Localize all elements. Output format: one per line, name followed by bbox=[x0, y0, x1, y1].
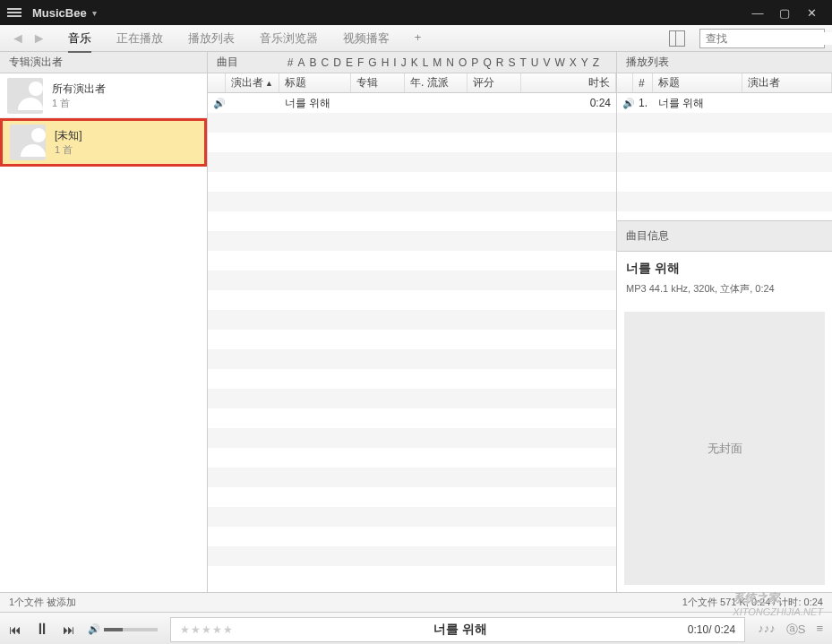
track-panel: 演出者 ▲ 标题 专辑 年. 流派 评分 时长 🔊너를 위해0:24 bbox=[208, 73, 617, 592]
col-play-indicator[interactable] bbox=[208, 73, 226, 92]
search-box[interactable]: 🔍 bbox=[699, 29, 825, 48]
playlist-row[interactable] bbox=[617, 152, 832, 172]
alpha-B[interactable]: B bbox=[310, 56, 317, 69]
alpha-D[interactable]: D bbox=[333, 56, 341, 69]
alpha-J[interactable]: J bbox=[401, 56, 407, 69]
alpha-W[interactable]: W bbox=[554, 56, 564, 69]
alpha-T[interactable]: T bbox=[519, 56, 526, 69]
next-button[interactable]: ⏭ bbox=[63, 623, 75, 637]
pause-button[interactable]: ⏸ bbox=[34, 620, 50, 639]
maximize-button[interactable]: ▢ bbox=[771, 6, 798, 20]
track-row[interactable] bbox=[208, 133, 616, 152]
prev-button[interactable]: ⏮ bbox=[9, 623, 21, 637]
playlist-row[interactable] bbox=[617, 133, 832, 152]
track-row[interactable] bbox=[208, 310, 616, 330]
alpha-R[interactable]: R bbox=[496, 56, 504, 69]
track-row[interactable] bbox=[208, 251, 616, 270]
hamburger-icon[interactable] bbox=[7, 8, 21, 17]
alpha-N[interactable]: N bbox=[446, 56, 454, 69]
track-row[interactable] bbox=[208, 192, 616, 211]
search-input[interactable] bbox=[700, 32, 832, 45]
playlist-row[interactable] bbox=[617, 172, 832, 192]
alpha-X[interactable]: X bbox=[570, 56, 577, 69]
track-row[interactable] bbox=[208, 389, 616, 408]
track-row[interactable] bbox=[208, 290, 616, 310]
alpha-O[interactable]: O bbox=[459, 56, 467, 69]
track-row[interactable] bbox=[208, 270, 616, 290]
alpha-M[interactable]: M bbox=[433, 56, 442, 69]
track-row[interactable] bbox=[208, 487, 616, 507]
menu-list-icon[interactable]: ≡ bbox=[816, 622, 823, 638]
pl-col-playing[interactable] bbox=[617, 73, 633, 92]
track-row[interactable] bbox=[208, 448, 616, 468]
close-button[interactable]: ✕ bbox=[798, 6, 825, 20]
alpha-Y[interactable]: Y bbox=[581, 56, 588, 69]
alpha-E[interactable]: E bbox=[346, 56, 353, 69]
equalizer-icon[interactable]: ♪♪♪ bbox=[758, 622, 776, 638]
track-row[interactable]: 🔊너를 위해0:24 bbox=[208, 93, 616, 113]
pl-col-num[interactable]: # bbox=[633, 73, 653, 92]
track-row[interactable] bbox=[208, 428, 616, 448]
alpha-K[interactable]: K bbox=[411, 56, 418, 69]
alpha-V[interactable]: V bbox=[543, 56, 550, 69]
track-row[interactable] bbox=[208, 349, 616, 369]
track-row[interactable] bbox=[208, 211, 616, 231]
tab-browser[interactable]: 音乐浏览器 bbox=[260, 25, 318, 52]
artist-item-0[interactable]: 所有演出者1 首 bbox=[0, 73, 207, 118]
pl-col-title[interactable]: 标题 bbox=[653, 73, 742, 92]
alpha-A[interactable]: A bbox=[298, 56, 305, 69]
alpha-L[interactable]: L bbox=[423, 56, 429, 69]
track-row[interactable] bbox=[208, 113, 616, 133]
tab-now-playing[interactable]: 正在播放 bbox=[116, 25, 163, 52]
lastfm-icon[interactable]: ⓐS bbox=[786, 622, 806, 638]
header-artists: 专辑演出者 bbox=[0, 52, 208, 73]
pl-col-artist[interactable]: 演出者 bbox=[742, 73, 832, 92]
layout-grid-icon[interactable] bbox=[669, 30, 685, 47]
alpha-C[interactable]: C bbox=[322, 56, 330, 69]
volume-icon[interactable]: 🔊 bbox=[88, 623, 100, 635]
alpha-H[interactable]: H bbox=[382, 56, 390, 69]
nav-forward-icon[interactable]: ► bbox=[29, 30, 50, 47]
rating-stars[interactable]: ★★★★★ bbox=[180, 623, 234, 636]
volume-slider[interactable] bbox=[104, 628, 158, 631]
tab-playlists[interactable]: 播放列表 bbox=[188, 25, 235, 52]
col-title[interactable]: 标题 bbox=[279, 73, 351, 92]
artist-item-1[interactable]: [未知]1 首 bbox=[0, 118, 207, 167]
nav-back-icon[interactable]: ◄ bbox=[7, 30, 29, 47]
alpha-Z[interactable]: Z bbox=[593, 56, 599, 69]
playlist-row[interactable] bbox=[617, 192, 832, 211]
col-artist[interactable]: 演出者 ▲ bbox=[226, 73, 279, 92]
track-row[interactable] bbox=[208, 408, 616, 428]
tab-add[interactable]: + bbox=[415, 25, 422, 52]
track-row[interactable] bbox=[208, 369, 616, 389]
tab-video-podcast[interactable]: 视频播客 bbox=[343, 25, 390, 52]
alpha-F[interactable]: F bbox=[357, 56, 364, 69]
col-album[interactable]: 专辑 bbox=[351, 73, 405, 92]
col-duration[interactable]: 时长 bbox=[521, 73, 616, 92]
alpha-I[interactable]: I bbox=[393, 56, 396, 69]
track-row[interactable] bbox=[208, 527, 616, 546]
track-row[interactable] bbox=[208, 507, 616, 527]
track-row[interactable] bbox=[208, 231, 616, 251]
volume-control[interactable]: 🔊 bbox=[88, 623, 158, 635]
alpha-S[interactable]: S bbox=[508, 56, 515, 69]
alpha-Q[interactable]: Q bbox=[483, 56, 491, 69]
playlist-row[interactable]: 🔊1.너를 위해 bbox=[617, 93, 832, 113]
col-rating[interactable]: 评分 bbox=[467, 73, 521, 92]
minimize-button[interactable]: — bbox=[744, 6, 771, 20]
track-row[interactable] bbox=[208, 152, 616, 172]
alpha-P[interactable]: P bbox=[471, 56, 478, 69]
alpha-#[interactable]: # bbox=[287, 56, 294, 69]
playlist-row[interactable] bbox=[617, 113, 832, 133]
track-row[interactable] bbox=[208, 546, 616, 566]
track-row[interactable] bbox=[208, 330, 616, 349]
tab-music[interactable]: 音乐 bbox=[68, 25, 91, 52]
track-row[interactable] bbox=[208, 468, 616, 487]
alpha-U[interactable]: U bbox=[531, 56, 539, 69]
alpha-G[interactable]: G bbox=[368, 56, 376, 69]
chevron-down-icon[interactable]: ▾ bbox=[92, 8, 97, 18]
col-year-genre[interactable]: 年. 流派 bbox=[405, 73, 467, 92]
track-list: 🔊너를 위해0:24 bbox=[208, 93, 616, 592]
header-tracks: 曲目 bbox=[208, 55, 270, 70]
track-row[interactable] bbox=[208, 172, 616, 192]
